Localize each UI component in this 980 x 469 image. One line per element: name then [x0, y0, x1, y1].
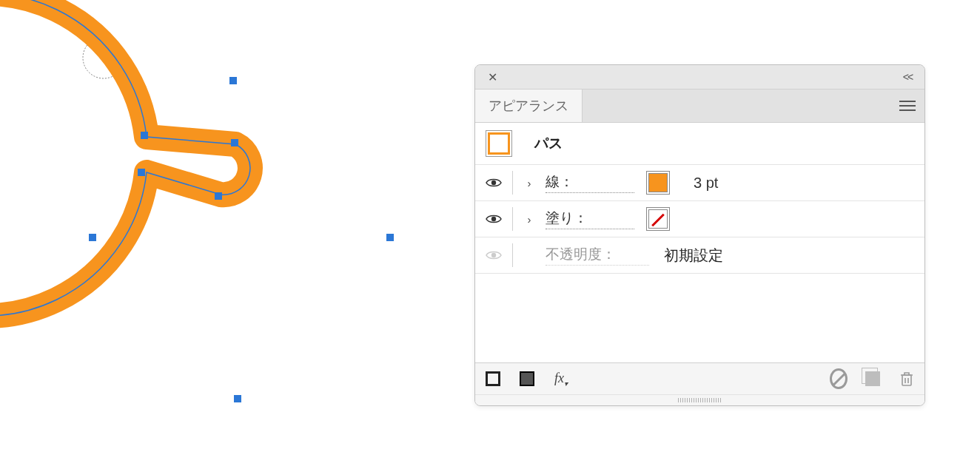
grip-icon	[678, 398, 722, 402]
object-header-row[interactable]: パス	[475, 123, 924, 165]
eye-icon	[486, 177, 502, 189]
eye-icon	[486, 249, 502, 261]
stroke-row[interactable]: › 線： 3 pt	[475, 165, 924, 201]
svg-rect-0	[141, 132, 148, 139]
fill-color-swatch-none[interactable]	[646, 207, 670, 231]
delete-item-button[interactable]	[898, 370, 916, 388]
svg-rect-5	[89, 234, 96, 241]
svg-rect-1	[229, 77, 237, 84]
canvas-artwork[interactable]	[0, 0, 474, 469]
stroke-color-swatch[interactable]	[646, 171, 670, 195]
svg-rect-2	[138, 169, 145, 176]
add-stroke-button[interactable]	[484, 370, 502, 388]
fill-row[interactable]: › 塗り：	[475, 201, 924, 237]
disclosure-fill[interactable]: ›	[523, 213, 535, 226]
object-type-label: パス	[534, 134, 563, 153]
svg-point-8	[491, 180, 496, 185]
visibility-toggle-stroke[interactable]	[481, 177, 506, 189]
fill-label[interactable]: 塗り：	[546, 209, 634, 229]
disclosure-stroke[interactable]: ›	[523, 177, 535, 189]
hamburger-icon	[899, 101, 916, 111]
svg-rect-11	[902, 375, 911, 385]
tab-appearance[interactable]: アピアランス	[475, 90, 583, 122]
stroke-weight-value[interactable]: 3 pt	[694, 175, 718, 192]
panel-empty-area	[475, 274, 924, 362]
add-effect-button[interactable]: fx▾	[552, 370, 570, 388]
duplicate-icon	[865, 371, 880, 386]
opacity-row[interactable]: 不透明度： 初期設定	[475, 237, 924, 274]
fill-swatch-icon	[520, 371, 534, 386]
eye-icon	[486, 213, 502, 225]
artwork-stroke-shape	[0, 0, 250, 316]
opacity-label[interactable]: 不透明度：	[546, 245, 649, 266]
collapse-icon[interactable]: <<	[898, 71, 917, 83]
trash-icon	[899, 371, 914, 387]
stroke-label[interactable]: 線：	[546, 172, 634, 193]
opacity-value[interactable]: 初期設定	[664, 246, 723, 266]
svg-rect-7	[234, 395, 241, 402]
panel-body: パス › 線： 3 pt ›	[475, 123, 924, 362]
selection-outline	[0, 0, 250, 316]
fx-icon: fx▾	[554, 371, 568, 388]
clear-appearance-button[interactable]	[830, 370, 848, 388]
svg-rect-4	[231, 139, 238, 146]
row-separator	[512, 207, 513, 231]
appearance-panel: ✕ << アピアランス パス › 線：	[474, 64, 925, 406]
tab-label: アピアランス	[489, 97, 568, 115]
visibility-toggle-fill[interactable]	[481, 213, 506, 225]
duplicate-item-button[interactable]	[864, 370, 882, 388]
panel-titlebar[interactable]: ✕ <<	[475, 65, 924, 90]
add-fill-button[interactable]	[518, 370, 536, 388]
svg-point-9	[491, 217, 496, 221]
prohibit-icon	[830, 368, 848, 389]
panel-menu-button[interactable]	[899, 90, 916, 122]
panel-footer-toolbar: fx▾	[475, 362, 924, 394]
row-separator	[512, 243, 513, 267]
selected-path[interactable]	[0, 0, 250, 316]
object-thumbnail-swatch	[486, 130, 512, 157]
svg-rect-6	[386, 234, 394, 241]
row-separator	[512, 171, 513, 195]
svg-point-10	[491, 253, 496, 257]
panel-resize-grip[interactable]	[475, 394, 924, 405]
svg-rect-3	[215, 192, 222, 200]
visibility-toggle-opacity	[481, 249, 506, 261]
close-icon[interactable]: ✕	[483, 70, 502, 84]
panel-tabbar: アピアランス	[475, 90, 924, 123]
stroke-swatch-icon	[486, 371, 500, 386]
